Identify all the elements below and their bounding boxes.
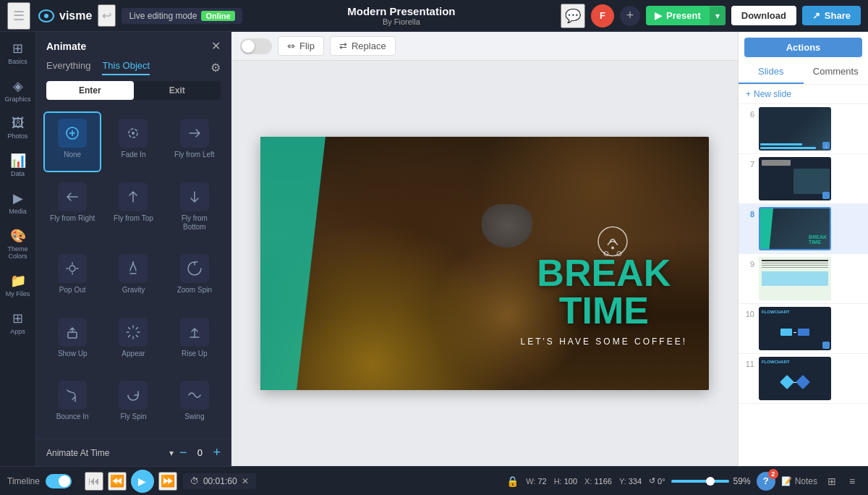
anim-fly-top-label: Fly from Top: [114, 214, 153, 223]
anim-fly-spin[interactable]: Fly Spin: [104, 373, 162, 434]
anim-appear[interactable]: Appear: [104, 310, 162, 371]
animate-time-label: Animate At Time: [46, 448, 163, 458]
sidebar-item-theme-colors[interactable]: 🎨 Theme Colors: [1, 222, 35, 266]
zoom-slider[interactable]: [671, 480, 729, 483]
anim-rise-up-label: Rise Up: [182, 350, 208, 358]
slide-thumb-6[interactable]: 6 ↓: [739, 104, 868, 154]
anim-pop-out[interactable]: Pop Out: [43, 247, 101, 308]
anim-rise-up[interactable]: Rise Up: [166, 310, 224, 371]
flip-button[interactable]: ⇔ Flip: [278, 36, 324, 56]
animate-panel: Animate ✕ Everything This Object ⚙ Enter…: [36, 32, 231, 466]
slide-thumb-8[interactable]: 8 BREAKTIME: [739, 204, 868, 254]
sidebar-item-photos[interactable]: 🖼 Photos: [1, 110, 35, 145]
exit-toggle-button[interactable]: Exit: [134, 81, 221, 100]
main-content: ⊞ Basics ◈ Graphics 🖼 Photos 📊 Data ▶ Me…: [0, 32, 868, 466]
actions-row: Actions: [739, 32, 868, 60]
panel-title: Animate: [46, 41, 86, 52]
sidebar-item-data[interactable]: 📊 Data: [1, 147, 35, 183]
time-increase-button[interactable]: +: [213, 445, 221, 460]
svg-marker-7: [260, 137, 326, 390]
anim-fly-from-top[interactable]: Fly from Top: [104, 175, 162, 245]
settings-icon[interactable]: ⚙: [210, 61, 221, 75]
help-button[interactable]: ? 2: [757, 472, 775, 491]
new-slide-button[interactable]: + New slide: [739, 85, 868, 104]
presentation-subtitle: By Fiorella: [248, 17, 555, 26]
sidebar-item-graphics[interactable]: ◈ Graphics: [1, 72, 35, 109]
timeline-switch[interactable]: [46, 474, 72, 488]
anim-fade-in-label: Fade In: [122, 151, 146, 159]
anim-show-up[interactable]: Show Up: [43, 310, 101, 371]
slides-tab[interactable]: Slides: [739, 60, 804, 84]
time-dropdown[interactable]: ▾: [169, 448, 174, 458]
slide-num-7: 7: [743, 157, 754, 200]
tab-everything[interactable]: Everything: [46, 60, 90, 75]
anim-fly-left-icon: [180, 119, 209, 148]
present-dropdown-arrow[interactable]: ▾: [710, 7, 726, 25]
undo-button[interactable]: ↩: [98, 4, 116, 27]
sidebar-label-theme: Theme Colors: [6, 245, 30, 260]
list-view-button[interactable]: ≡: [843, 473, 861, 490]
anim-fly-from-left[interactable]: Fly from Left: [166, 111, 224, 172]
actions-button[interactable]: Actions: [744, 38, 862, 57]
flip-toggle[interactable]: [240, 38, 272, 54]
panel-tabs: Everything This Object ⚙: [36, 60, 231, 81]
anim-fly-right-label: Fly from Right: [50, 214, 95, 223]
anim-gravity[interactable]: Gravity: [104, 247, 162, 308]
present-button[interactable]: ▶ Present ▾: [646, 6, 726, 25]
slide-preview-9: [759, 257, 831, 300]
share-button[interactable]: ↗ Share: [802, 6, 861, 25]
anim-fly-from-bottom[interactable]: Fly from Bottom: [166, 175, 224, 245]
zoom-slider-thumb: [706, 477, 715, 486]
animate-at-time-row: Animate At Time ▾ − 0 +: [36, 439, 231, 466]
w-value: 72: [537, 477, 546, 486]
anim-zoom-spin[interactable]: Zoom Spin: [166, 247, 224, 308]
time-decrease-button[interactable]: −: [179, 445, 187, 460]
anim-bounce-in[interactable]: Bounce In: [43, 373, 101, 434]
bottom-bar: Timeline ⏮ ⏪ ▶ ⏩ ⏱ 00:01:60 ✕ 🔒 W: 72 H:…: [0, 466, 868, 495]
slide-thumb-9[interactable]: 9: [739, 254, 868, 304]
lock-icon: 🔒: [506, 475, 519, 487]
add-button[interactable]: +: [620, 6, 640, 26]
anim-gravity-icon: [119, 254, 148, 283]
anim-fly-spin-icon: [119, 381, 148, 410]
slides-comments-tabs: Slides Comments: [739, 60, 868, 85]
anim-swing[interactable]: Swing: [166, 373, 224, 434]
top-bar: ☰ visme ↩ Live editing mode Online Moder…: [0, 0, 868, 32]
anim-none[interactable]: None: [43, 111, 101, 172]
hamburger-button[interactable]: ☰: [7, 2, 30, 30]
notes-button[interactable]: 📝 Notes: [781, 476, 817, 486]
anim-fly-bottom-label: Fly from Bottom: [170, 214, 219, 232]
tab-this-object[interactable]: This Object: [102, 60, 150, 75]
grid-view-button[interactable]: ⊞: [823, 473, 841, 490]
enter-toggle-button[interactable]: Enter: [46, 81, 134, 100]
close-panel-button[interactable]: ✕: [211, 39, 221, 53]
slide-preview-6: ↓: [759, 107, 831, 151]
prev-frame-button[interactable]: ⏪: [108, 472, 127, 491]
anim-fly-from-right[interactable]: Fly from Right: [43, 175, 101, 245]
sidebar-label-basics: Basics: [8, 58, 27, 65]
close-timeline-button[interactable]: ✕: [242, 476, 249, 486]
avatar-button[interactable]: F: [591, 4, 614, 28]
slide-break-text: BREAK: [521, 254, 687, 292]
sidebar-item-apps[interactable]: ⊞ Apps: [1, 305, 35, 341]
download-button[interactable]: Download: [731, 6, 796, 25]
thumb-icon-7: [822, 192, 830, 199]
replace-button[interactable]: ⇄ Replace: [330, 36, 396, 56]
play-button[interactable]: ▶: [131, 470, 154, 493]
next-frame-button[interactable]: ⏩: [158, 472, 177, 491]
comments-tab[interactable]: Comments: [804, 60, 869, 84]
slide-thumb-7[interactable]: 7: [739, 154, 868, 204]
slide-thumb-10[interactable]: 10 FLOWCHART: [739, 304, 868, 354]
anim-fade-in[interactable]: Fade In: [104, 111, 162, 172]
comment-button[interactable]: 💬: [561, 4, 585, 28]
sidebar-item-my-files[interactable]: 📁 My Files: [1, 267, 35, 303]
canvas-wrapper[interactable]: BREAK TIME LET'S HAVE SOME COFFEE!: [231, 61, 738, 466]
toggle-switch: [240, 38, 272, 54]
thumb-line: [760, 147, 816, 149]
cup-decoration: [482, 204, 532, 248]
sidebar-item-media[interactable]: ▶ Media: [1, 185, 35, 221]
slide-thumb-11[interactable]: 11 FLOWCHART: [739, 354, 868, 404]
slide-canvas[interactable]: BREAK TIME LET'S HAVE SOME COFFEE!: [260, 137, 709, 390]
sidebar-item-basics[interactable]: ⊞ Basics: [1, 35, 35, 71]
skip-back-button[interactable]: ⏮: [85, 472, 103, 491]
